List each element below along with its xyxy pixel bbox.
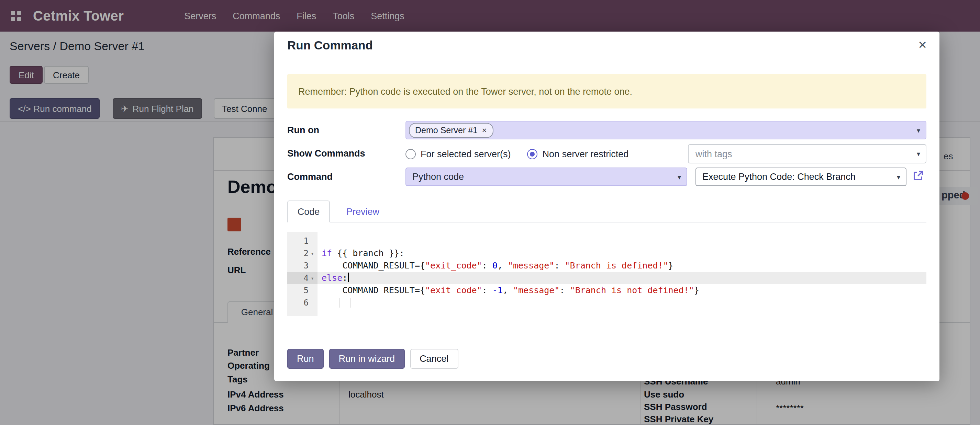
radio-for-selected-servers[interactable]: [406, 149, 416, 159]
code-line[interactable]: [318, 235, 926, 247]
code-line[interactable]: COMMAND_RESULT={"exit_code": 0, "message…: [318, 260, 926, 272]
code-line[interactable]: [318, 297, 926, 309]
fold-arrow-icon[interactable]: ▾: [309, 250, 316, 257]
run-command-dialog: Run Command ✕ Remember: Python code is e…: [274, 32, 939, 381]
with-tags-select[interactable]: with tags ▾: [688, 144, 926, 163]
gutter-line-number: 3: [287, 260, 318, 272]
tab-code[interactable]: Code: [287, 200, 330, 222]
warning-banner: Remember: Python code is executed on the…: [287, 74, 926, 108]
cancel-button[interactable]: Cancel: [410, 349, 458, 369]
close-icon[interactable]: ✕: [918, 38, 927, 51]
gutter-line-number: 4▾: [287, 272, 318, 284]
dialog-footer: Run Run in wizard Cancel: [287, 349, 458, 369]
screen: Cetmix Tower ServersCommandsFilesToolsSe…: [0, 0, 980, 425]
radio-non-server-restricted[interactable]: [527, 149, 538, 159]
radio-for-selected-servers-label[interactable]: For selected server(s): [421, 149, 511, 159]
external-link-icon[interactable]: [912, 170, 924, 182]
editor-gutter: 12▾34▾56: [287, 232, 318, 316]
gutter-line-number: 5: [287, 284, 318, 297]
chip-remove-icon[interactable]: ✕: [482, 127, 487, 133]
dialog-title: Run Command: [287, 38, 373, 53]
code-editor[interactable]: 12▾34▾56 if {{ branch }}: COMMAND_RESULT…: [287, 232, 926, 316]
gutter-line-number: 1: [287, 235, 318, 247]
chevron-down-icon: ▾: [917, 150, 920, 158]
text-cursor: [347, 273, 349, 282]
show-commands-radios: For selected server(s) Non server restri…: [406, 144, 628, 163]
command-select[interactable]: Execute Python Code: Check Branch ▾: [695, 168, 907, 186]
chevron-down-icon: ▾: [897, 173, 900, 181]
run-in-wizard-button[interactable]: Run in wizard: [329, 349, 405, 369]
editor-tabbar: Code Preview: [287, 200, 926, 222]
gutter-line-number: 2▾: [287, 247, 318, 260]
command-type-select[interactable]: Python code ▾: [406, 168, 687, 186]
code-line[interactable]: else:: [318, 272, 926, 284]
fold-arrow-icon[interactable]: ▾: [309, 275, 316, 281]
code-line[interactable]: COMMAND_RESULT={"exit_code": -1, "messag…: [318, 284, 926, 297]
chevron-down-icon: ▾: [678, 173, 681, 181]
run-on-select[interactable]: Demo Server #1 ✕ ▾: [406, 121, 926, 140]
label-run-on: Run on: [287, 125, 319, 135]
server-tag-chip: Demo Server #1 ✕: [409, 122, 493, 138]
label-show-commands: Show Commands: [287, 148, 365, 159]
code-line[interactable]: if {{ branch }}:: [318, 247, 926, 260]
warning-text: Remember: Python code is executed on the…: [298, 86, 632, 97]
label-command: Command: [287, 172, 332, 182]
radio-non-server-restricted-label[interactable]: Non server restricted: [542, 149, 629, 159]
editor-code[interactable]: if {{ branch }}: COMMAND_RESULT={"exit_c…: [318, 232, 926, 316]
gutter-line-number: 6: [287, 297, 318, 309]
tab-preview[interactable]: Preview: [337, 200, 389, 222]
run-button[interactable]: Run: [287, 349, 324, 369]
chevron-down-icon: ▾: [917, 126, 920, 134]
